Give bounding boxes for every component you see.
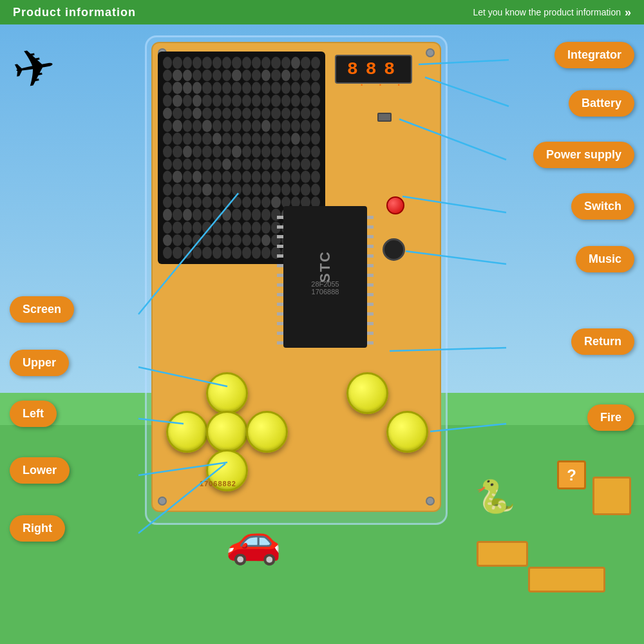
led-dot — [193, 70, 202, 82]
led-dot — [291, 133, 300, 145]
led-dot — [242, 133, 251, 145]
led-dot — [193, 222, 202, 234]
led-dot — [183, 158, 192, 171]
led-dot — [311, 70, 320, 82]
led-dot — [242, 82, 251, 94]
led-dot — [242, 158, 251, 171]
red-button[interactable] — [386, 196, 404, 214]
button-fire-key[interactable] — [386, 411, 428, 453]
platform-2 — [477, 541, 528, 567]
led-dot — [311, 146, 320, 158]
led-dot — [213, 234, 222, 247]
led-dot — [213, 158, 222, 171]
led-dot — [242, 222, 251, 234]
led-dot — [232, 184, 241, 196]
led-dot — [291, 108, 300, 120]
dot-1: . — [361, 77, 363, 88]
led-dot — [271, 196, 280, 209]
ic-pins-right — [367, 216, 374, 345]
led-dot — [222, 196, 231, 209]
led-dot — [311, 95, 320, 107]
led-dot — [183, 196, 192, 209]
label-integrator: Integrator — [554, 42, 634, 68]
led-dot — [222, 120, 231, 132]
led-dot — [261, 171, 270, 183]
led-dot — [232, 196, 241, 209]
led-dot — [193, 234, 202, 247]
led-dot — [193, 184, 202, 196]
led-dot — [232, 70, 241, 82]
led-dot — [173, 70, 182, 82]
led-dot — [163, 234, 172, 247]
led-dot — [202, 108, 211, 120]
led-dot — [291, 82, 300, 94]
led-dot — [202, 82, 211, 94]
usb-port — [377, 113, 392, 122]
led-dot — [232, 108, 241, 120]
led-dot — [252, 158, 261, 171]
led-dot — [202, 209, 211, 221]
button-right-dpad[interactable] — [246, 411, 288, 453]
score-digit-3: 8 — [384, 59, 395, 79]
led-dot — [213, 82, 222, 94]
led-dot — [252, 234, 261, 247]
led-dot — [163, 184, 172, 196]
led-dot — [202, 158, 211, 171]
led-dot — [163, 146, 172, 158]
led-dot — [311, 82, 320, 94]
led-dot — [261, 57, 270, 69]
button-upper[interactable] — [206, 372, 248, 414]
led-dot — [281, 70, 290, 82]
led-dot — [311, 57, 320, 69]
button-return-key[interactable] — [346, 372, 388, 414]
led-dot — [173, 247, 182, 259]
led-dot — [193, 82, 202, 94]
led-dot — [202, 234, 211, 247]
led-dot — [261, 247, 270, 259]
led-dot — [301, 70, 310, 82]
led-dot — [183, 70, 192, 82]
led-dot — [271, 57, 280, 69]
led-dot — [193, 171, 202, 183]
led-dot — [183, 120, 192, 132]
header-right: Let you know the product information » — [473, 6, 631, 19]
led-dot — [281, 133, 290, 145]
label-left-text: Left — [23, 407, 44, 420]
led-dot — [261, 82, 270, 94]
led-dot — [222, 57, 231, 69]
ic-label: STC — [317, 251, 334, 283]
button-left[interactable] — [166, 411, 208, 453]
label-music: Music — [576, 246, 634, 272]
label-lower: Lower — [10, 457, 70, 484]
led-dot — [222, 184, 231, 196]
score-digit-1: 8 — [347, 59, 358, 79]
led-dot — [291, 184, 300, 196]
led-dot — [163, 209, 172, 221]
led-dot — [232, 95, 241, 107]
led-dot — [183, 184, 192, 196]
led-dot — [232, 158, 241, 171]
led-dot — [222, 158, 231, 171]
led-dot — [193, 146, 202, 158]
platform-1 — [528, 567, 605, 592]
led-dot — [193, 108, 202, 120]
snake-decoration: 🐍 — [475, 478, 515, 515]
led-dot — [222, 108, 231, 120]
led-dot — [183, 209, 192, 221]
led-dot — [193, 196, 202, 209]
led-dot — [213, 95, 222, 107]
led-dot — [202, 184, 211, 196]
ic-chip: STC 28F20551706888 — [283, 206, 367, 348]
led-dot — [202, 196, 211, 209]
led-dot — [261, 146, 270, 158]
chevron-icon: » — [625, 6, 631, 19]
led-dot — [232, 234, 241, 247]
button-center[interactable] — [206, 411, 248, 453]
led-dot — [173, 196, 182, 209]
label-upper-text: Upper — [23, 356, 56, 369]
led-dot — [301, 171, 310, 183]
led-dot — [193, 120, 202, 132]
led-dot — [311, 108, 320, 120]
label-screen-text: Screen — [23, 303, 61, 316]
pcb-serial: 17068882 — [200, 480, 236, 488]
